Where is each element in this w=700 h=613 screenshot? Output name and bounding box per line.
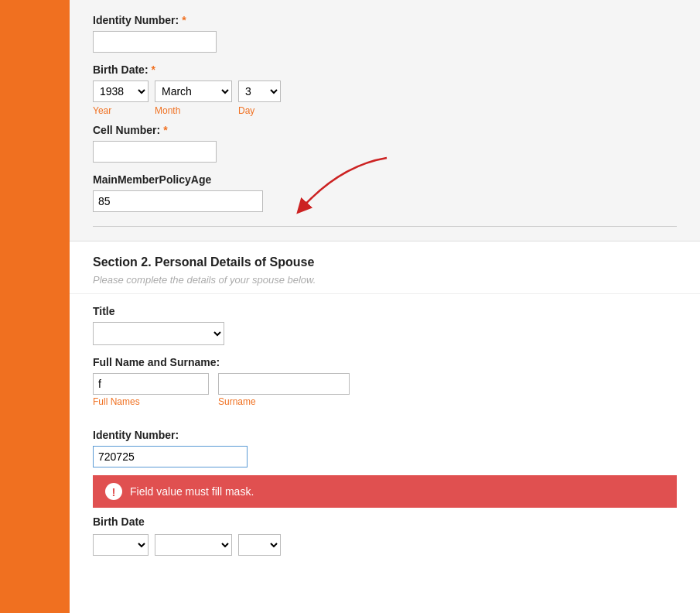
surname-input[interactable] bbox=[218, 373, 350, 395]
section1-block: Identity Number:* Birth Date:* 1935 1936… bbox=[70, 0, 700, 241]
identity-number-field: Identity Number:* bbox=[93, 14, 677, 53]
birth-date-label: Birth Date:* bbox=[93, 63, 677, 76]
month-label: Month bbox=[155, 105, 232, 116]
title-field: Title Mr Mrs Miss Dr Prof bbox=[93, 305, 677, 345]
day-select[interactable]: 1 2 3 4 5 6 7 bbox=[238, 80, 281, 102]
cell-input[interactable] bbox=[93, 141, 217, 163]
birth-date2-block: Birth Date bbox=[70, 508, 700, 570]
fullname-label: Full Name and Surname: bbox=[93, 356, 677, 368]
year-label: Year bbox=[93, 105, 149, 116]
identity2-input[interactable] bbox=[93, 446, 248, 467]
birth-date-row: 1935 1936 1937 1938 1939 1940 January Fe… bbox=[93, 80, 677, 102]
identity2-label: Identity Number: bbox=[93, 429, 677, 441]
section2-title: Section 2. Personal Details of Spouse bbox=[93, 255, 677, 269]
identity-label-text: Identity Number: bbox=[93, 14, 179, 26]
section2-body: Title Mr Mrs Miss Dr Prof Full Name and … bbox=[70, 294, 700, 418]
section-divider bbox=[93, 226, 677, 227]
fullnames-group: Full Names bbox=[93, 373, 209, 407]
identity-required-star: * bbox=[182, 14, 186, 26]
birth-date-labels: Year Month Day bbox=[93, 105, 677, 116]
cell-number-field: Cell Number:* bbox=[93, 124, 677, 163]
identity-label: Identity Number:* bbox=[93, 14, 677, 26]
fullname-field: Full Name and Surname: Full Names Surnam… bbox=[93, 356, 677, 407]
error-banner: ! Field value must fill mask. bbox=[93, 475, 677, 508]
policy-age-field: MainMemberPolicyAge bbox=[93, 173, 677, 212]
section2-header: Section 2. Personal Details of Spouse Pl… bbox=[70, 241, 700, 294]
title-select[interactable]: Mr Mrs Miss Dr Prof bbox=[93, 322, 224, 345]
birth-date2-row bbox=[93, 534, 677, 556]
birth-date2-label: Birth Date bbox=[93, 515, 677, 528]
sidebar bbox=[0, 0, 70, 613]
day-label: Day bbox=[238, 105, 281, 116]
main-content: Identity Number:* Birth Date:* 1935 1936… bbox=[70, 0, 700, 613]
fullnames-input[interactable] bbox=[93, 373, 209, 395]
fullnames-sublabel: Full Names bbox=[93, 396, 209, 407]
error-exclamation: ! bbox=[112, 485, 116, 498]
surname-group: Surname bbox=[218, 373, 350, 407]
section2-subtitle: Please complete the details of your spou… bbox=[93, 274, 677, 286]
birth-date-label-text: Birth Date: bbox=[93, 63, 149, 76]
birth2-year-select[interactable] bbox=[93, 534, 149, 556]
identity-input[interactable] bbox=[93, 31, 217, 53]
birth-date-field: Birth Date:* 1935 1936 1937 1938 1939 19… bbox=[93, 63, 677, 116]
surname-sublabel: Surname bbox=[218, 396, 350, 407]
year-select[interactable]: 1935 1936 1937 1938 1939 1940 bbox=[93, 80, 149, 102]
error-message-text: Field value must fill mask. bbox=[130, 485, 254, 498]
month-select[interactable]: January February March April May June Ju… bbox=[155, 80, 232, 102]
policy-age-input[interactable] bbox=[93, 190, 263, 212]
identity2-block: Identity Number: ! Field value must fill… bbox=[70, 418, 700, 508]
cell-label: Cell Number:* bbox=[93, 124, 677, 136]
birth-date-required-star: * bbox=[152, 63, 155, 76]
birth2-day-select[interactable] bbox=[238, 534, 281, 556]
error-icon: ! bbox=[105, 483, 122, 500]
birth2-month-select[interactable] bbox=[155, 534, 232, 556]
cell-required-star: * bbox=[163, 124, 167, 136]
title-field-label: Title bbox=[93, 305, 677, 317]
fullname-row: Full Names Surname bbox=[93, 373, 677, 407]
policy-age-label: MainMemberPolicyAge bbox=[93, 173, 677, 186]
cell-label-text: Cell Number: bbox=[93, 124, 160, 136]
